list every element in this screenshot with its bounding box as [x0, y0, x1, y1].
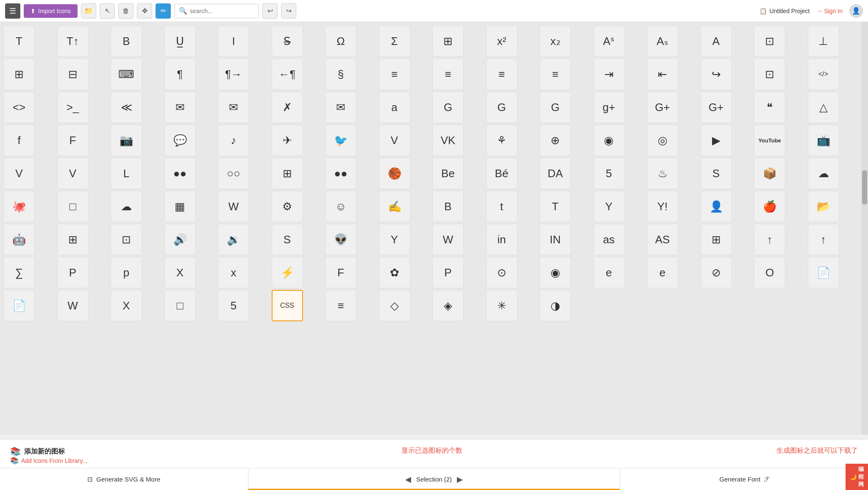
xing-icon[interactable]: X [164, 257, 196, 288]
onedrive-icon[interactable]: ☁ [808, 158, 839, 189]
table2-icon[interactable]: ⊟ [57, 58, 89, 90]
reddit-icon[interactable]: 👽 [325, 224, 356, 255]
mail3-icon[interactable]: ✗ [272, 92, 303, 123]
google-plus-icon[interactable]: g+ [593, 92, 625, 123]
section-icon[interactable]: § [325, 58, 356, 90]
whatsapp-icon[interactable]: 💬 [164, 125, 196, 156]
add-icons-link[interactable]: 📚 Add Icons From Library... [10, 457, 87, 465]
git-icon[interactable]: ◇ [379, 290, 410, 321]
edge-icon[interactable]: e [647, 257, 678, 288]
windows2-icon[interactable]: ⊡ [111, 224, 142, 255]
html5-icon[interactable]: 5 [218, 290, 249, 321]
weibo-icon[interactable]: ⊕ [540, 125, 571, 156]
google-plus3-icon[interactable]: G+ [701, 92, 732, 123]
terminal-icon[interactable]: >_ [57, 92, 89, 123]
flickr2-icon[interactable]: ○○ [218, 158, 249, 189]
tumblr2-icon[interactable]: T [540, 191, 571, 222]
hacker-news-icon[interactable]: Y [379, 224, 410, 255]
text-larger-icon[interactable]: T↑ [57, 25, 89, 57]
embed-icon[interactable]: ⊡ [754, 58, 785, 90]
twitter-icon[interactable]: 🐦 [325, 125, 356, 156]
windows-icon[interactable]: ⊞ [57, 224, 89, 255]
vk-icon[interactable]: VK [432, 125, 464, 156]
amazon-icon[interactable]: a [379, 92, 410, 123]
basecamp-icon[interactable]: ☁ [111, 191, 142, 222]
file-word-icon[interactable]: 📄 [3, 290, 35, 321]
apple-icon[interactable]: 🍎 [754, 191, 785, 222]
align-center-icon[interactable]: ≡ [379, 58, 410, 90]
spotify-icon[interactable]: ♪ [218, 125, 249, 156]
stackoverflow-icon[interactable]: ∑ [3, 257, 35, 288]
stumbleupon2-icon[interactable]: ↑ [808, 224, 839, 255]
mail4-icon[interactable]: ✉ [325, 92, 356, 123]
edit-button[interactable]: ✏ [156, 3, 171, 19]
tumblr-icon[interactable]: t [486, 191, 517, 222]
joomla-icon[interactable]: ⚙ [272, 191, 303, 222]
deviantart-icon[interactable]: DA [540, 158, 571, 189]
redo-button[interactable]: ↪ [281, 3, 296, 19]
behance2-icon[interactable]: Bé [486, 158, 517, 189]
dribbble-icon[interactable]: 🏀 [379, 158, 410, 189]
facebook2-icon[interactable]: F [57, 125, 89, 156]
move-button[interactable]: ✥ [137, 3, 152, 19]
pdf-icon[interactable]: 📄 [808, 257, 839, 288]
pilcrow2-icon[interactable]: ¶→ [218, 58, 249, 90]
stumbleupon-icon[interactable]: ↑ [754, 224, 785, 255]
twitch-icon[interactable]: 📺 [808, 125, 839, 156]
finder-icon[interactable]: 📂 [808, 191, 839, 222]
firefox-icon[interactable]: ◉ [540, 257, 571, 288]
font-size2-icon[interactable]: Aₛ [647, 25, 678, 57]
vine-icon[interactable]: V [379, 125, 410, 156]
delete-button[interactable]: 🗑 [118, 3, 134, 19]
file-excel-icon[interactable]: W [57, 290, 89, 321]
pinterest2-icon[interactable]: p [111, 257, 142, 288]
superscript-icon[interactable]: x² [486, 25, 517, 57]
code-icon[interactable]: </> [808, 58, 839, 90]
css3-icon[interactable]: CSS [272, 290, 303, 321]
flickr-icon[interactable]: ●● [164, 158, 196, 189]
flickr4-icon[interactable]: ●● [325, 158, 356, 189]
livejournal-icon[interactable]: L [111, 158, 142, 189]
paypal-icon[interactable]: P [432, 257, 464, 288]
telegram-icon[interactable]: ✈ [272, 125, 303, 156]
quote-icon[interactable]: ❝ [754, 92, 785, 123]
google-plus2-icon[interactable]: G+ [647, 92, 678, 123]
renren-icon[interactable]: ⚘ [486, 125, 517, 156]
font-icon[interactable]: A [701, 25, 732, 57]
yahoo2-icon[interactable]: Y! [647, 191, 678, 222]
dropbox-icon[interactable]: 📦 [754, 158, 785, 189]
paypal2-icon[interactable]: ⊙ [486, 257, 517, 288]
text-icon[interactable]: T [3, 25, 35, 57]
mail2-icon[interactable]: ✉ [218, 92, 249, 123]
youtube2-icon[interactable]: YouTube [754, 125, 785, 156]
html-icon[interactable]: <> [3, 92, 35, 123]
wikipedia-icon[interactable]: W [432, 224, 464, 255]
icomoon-icon[interactable]: ◑ [540, 290, 571, 321]
undo-button[interactable]: ↩ [262, 3, 278, 19]
google3-icon[interactable]: G [540, 92, 571, 123]
generate-svg-button[interactable]: ⊡ Generate SVG & More [0, 468, 248, 490]
github-icon[interactable]: 🐙 [3, 191, 35, 222]
select-button[interactable]: ↖ [100, 3, 115, 19]
import-icons-button[interactable]: ⬆ Import Icons [24, 4, 78, 18]
delicious-icon[interactable]: ⊞ [701, 224, 732, 255]
asterisk-icon[interactable]: ✳ [486, 290, 517, 321]
flattr-icon[interactable]: ⚡ [272, 257, 303, 288]
skype-icon[interactable]: S [272, 224, 303, 255]
selection-prev-button[interactable]: ◀ [400, 475, 416, 484]
drive-icon[interactable]: △ [808, 92, 839, 123]
pinterest-icon[interactable]: P [57, 257, 89, 288]
ie-icon[interactable]: e [593, 257, 625, 288]
scrollbar-thumb[interactable] [862, 170, 867, 204]
share-icon[interactable]: ↪ [701, 58, 732, 90]
align-justify-icon[interactable]: ≡ [540, 58, 571, 90]
font-size-icon[interactable]: Aˢ [593, 25, 625, 57]
foursquare-icon[interactable]: F [325, 257, 356, 288]
steam-icon[interactable]: ♨ [647, 158, 678, 189]
blogger-icon[interactable]: ✍ [379, 191, 410, 222]
mail-icon[interactable]: ✉ [164, 92, 196, 123]
file-blank-icon[interactable]: X [111, 290, 142, 321]
italic-icon[interactable]: I [218, 25, 249, 57]
trello-icon[interactable]: ▦ [164, 191, 196, 222]
rss2-icon[interactable]: ◎ [647, 125, 678, 156]
